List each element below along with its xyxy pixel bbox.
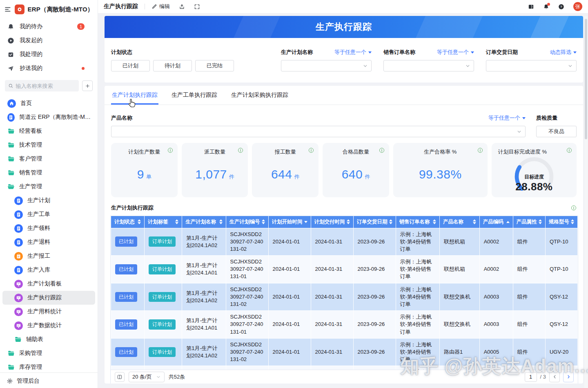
sidebar-item-14[interactable]: 生产计划看板 (2, 277, 95, 291)
sales-order-select[interactable] (383, 60, 474, 71)
sort-icon[interactable] (433, 219, 436, 224)
notifications-button[interactable] (543, 4, 549, 10)
sidebar-item-5[interactable]: 客户管理 (2, 152, 95, 166)
sales-order-operator[interactable]: 等于任意一个 (437, 49, 474, 56)
table-row[interactable]: 已计划订单计划第1月-生产计划2024.1A02SCJHXSDD230927-0… (111, 338, 578, 366)
panel-toggle-icon[interactable] (528, 4, 534, 10)
sidebar-item-16[interactable]: 生产用料统计 (2, 305, 95, 319)
sidebar-quick-item-1[interactable]: 我的待办1 (0, 20, 98, 33)
add-app-button[interactable] (82, 80, 93, 91)
user-avatar[interactable]: 张 (573, 2, 582, 11)
tab-3[interactable]: 生产计划采购执行跟踪 (230, 86, 289, 105)
column-settings-button[interactable] (115, 372, 125, 382)
vertical-scrollbar[interactable] (584, 16, 588, 388)
info-icon[interactable] (571, 205, 577, 211)
sidebar-item-19[interactable]: 采购管理 (2, 346, 95, 360)
edit-button[interactable]: 编辑 (151, 3, 170, 10)
info-icon[interactable] (308, 147, 314, 153)
info-icon[interactable] (238, 147, 243, 153)
tab-2[interactable]: 生产工单执行跟踪 (171, 86, 218, 105)
sort-icon[interactable] (138, 219, 141, 224)
sort-icon[interactable] (262, 219, 265, 224)
share-icon[interactable] (179, 4, 185, 10)
sort-icon[interactable] (347, 219, 350, 224)
plan-name-operator[interactable]: 等于任意一个 (334, 49, 372, 56)
sort-icon[interactable] (571, 219, 574, 224)
prev-page-button[interactable] (549, 372, 560, 382)
fullscreen-icon[interactable] (194, 4, 200, 10)
sidebar-item-10[interactable]: 生产领料 (2, 221, 95, 235)
table-row[interactable]: 已计划订单计划第1月-生产计划2024.1A02SCJHXSDD230927-0… (111, 228, 578, 256)
admin-console-link[interactable]: 管理后台 (17, 377, 40, 385)
plan-status-option-3[interactable]: 已完结 (195, 60, 234, 71)
column-header-3[interactable]: 生产计划名称 (182, 216, 226, 228)
plan-name-select[interactable] (281, 60, 372, 71)
tab-1[interactable]: 生产计划执行跟踪 (111, 86, 158, 105)
sort-desc-icon (304, 221, 307, 223)
table-row[interactable]: 已计划订单计划第1月-生产计划2024.1A02SCJHXSDD230927-0… (111, 283, 578, 311)
sidebar-item-2[interactable]: 简道云 ERP（离散制造-MTO）... (2, 110, 95, 124)
sort-icon[interactable] (175, 219, 178, 224)
menu-toggle-icon[interactable] (4, 6, 11, 13)
sidebar-item-11[interactable]: 生产退料 (2, 235, 95, 249)
product-name-operator[interactable]: 等于任意一个 (488, 114, 526, 122)
info-icon[interactable] (477, 147, 483, 153)
table-row[interactable]: 已计划订单计划第1月-生产计划2024.1A01SCJHXSDD230927-0… (111, 256, 578, 283)
delivery-date-operator[interactable]: 动态筛选 (550, 49, 577, 56)
column-header-5[interactable]: 计划开始时间 (268, 216, 311, 228)
column-header-6[interactable]: 计划交付时间 (311, 216, 353, 228)
sidebar-item-12[interactable]: 生产报工 (2, 249, 95, 263)
product-name-select[interactable] (111, 126, 526, 137)
column-header-inner: 产品编码 (483, 219, 510, 225)
info-icon[interactable] (167, 147, 173, 153)
defective-filter-button[interactable]: 不良品 (536, 126, 577, 137)
column-header-2[interactable]: 计划标签 (144, 216, 182, 228)
page-input[interactable]: 1 (525, 372, 537, 382)
sidebar-item-9[interactable]: 生产工单 (2, 207, 95, 221)
sidebar-quick-item-2[interactable]: 我发起的 (0, 33, 98, 47)
sidebar-item-8[interactable]: 生产计划 (2, 194, 95, 207)
sidebar-item-4[interactable]: 技术管理 (2, 138, 95, 152)
table-row[interactable]: 已计划订单计划第1月-生产计划2024.1A01SCJHXSDD230927-0… (111, 311, 578, 339)
plan-status-option-2[interactable]: 待计划 (153, 60, 192, 71)
sort-icon[interactable] (473, 219, 476, 224)
column-header-4[interactable]: 生产计划编号 (226, 216, 268, 228)
help-icon[interactable]: ? (558, 4, 564, 10)
info-icon[interactable] (566, 147, 572, 153)
sidebar-quick-item-3[interactable]: 我处理的 (0, 47, 98, 61)
column-header-7[interactable]: 订单交货日期 (353, 216, 396, 228)
sidebar-item-1[interactable]: 首页 (2, 96, 95, 110)
sort-icon[interactable] (539, 219, 542, 224)
column-header-1[interactable]: 计划状态 (111, 216, 145, 228)
sort-icon[interactable] (506, 221, 510, 223)
info-icon[interactable] (379, 147, 385, 153)
column-header-12[interactable]: 规格型号 (545, 216, 577, 228)
delivery-date-select[interactable] (486, 60, 577, 71)
plan-status-option-1[interactable]: 已计划 (111, 60, 150, 71)
sidebar-item-13[interactable]: 生产入库 (2, 263, 95, 277)
page-size-select[interactable]: 20 条/页 (129, 372, 165, 382)
sidebar-item-6[interactable]: 销售管理 (2, 166, 95, 180)
column-header-10[interactable]: 产品编码 (479, 216, 513, 228)
sort-icon[interactable] (389, 219, 392, 224)
quality-filter: 质检质量 不良品 (536, 114, 577, 137)
search-input[interactable] (16, 83, 76, 89)
sidebar-quick-item-4[interactable]: 抄送我的 (0, 61, 98, 75)
next-page-button[interactable] (563, 372, 574, 382)
search-box[interactable] (5, 80, 79, 91)
sub-filters-row: 产品名称 等于任意一个 质检质量 不良品 (105, 105, 583, 143)
quick-item-label: 抄送我的 (20, 65, 42, 72)
sidebar-item-3[interactable]: 经营看板 (2, 124, 95, 138)
scrollbar-thumb[interactable] (585, 19, 587, 139)
sort-icon[interactable] (219, 219, 223, 224)
column-header-8[interactable]: 销售订单名称 (396, 216, 439, 228)
column-header-11[interactable]: 产品属性 (513, 216, 545, 228)
sort-icon[interactable] (304, 221, 307, 223)
sidebar-item-20[interactable]: 库存管理 (2, 360, 95, 372)
sidebar-item-18[interactable]: 辅助表 (2, 332, 95, 346)
sidebar-item-7[interactable]: 生产管理 (2, 180, 95, 194)
sidebar-item-17[interactable]: 生产数据统计 (2, 319, 95, 332)
doc-icon (16, 239, 22, 245)
sidebar-item-15[interactable]: 生产执行跟踪 (2, 291, 95, 305)
column-header-9[interactable]: 产品名称 (439, 216, 479, 228)
